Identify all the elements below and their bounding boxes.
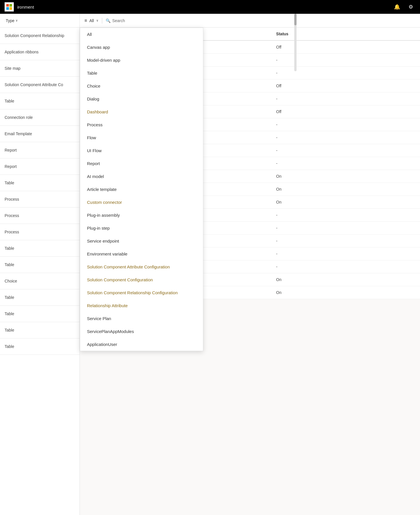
table-row[interactable]: Application ribbons (0, 44, 80, 60)
dropdown-item[interactable]: Canvas app (80, 41, 203, 54)
status-cell: - (272, 131, 420, 144)
dropdown-item[interactable]: Process (80, 118, 203, 131)
table-row[interactable]: Report (0, 158, 80, 175)
table-row[interactable]: Connection role (0, 109, 80, 126)
dropdown-item[interactable]: Report (80, 157, 203, 170)
dropdown-item[interactable]: Environment variable (80, 247, 203, 260)
status-cell: On (272, 183, 420, 196)
gear-button[interactable]: ⚙ (406, 2, 415, 11)
status-cell: On (272, 273, 420, 286)
dropdown-item[interactable]: ServicePlanAppModules (80, 325, 203, 338)
status-cell: Off (272, 105, 420, 118)
search-box: 🔍 Search (106, 18, 125, 23)
status-cell: - (272, 144, 420, 157)
table-row[interactable]: Table (0, 175, 80, 191)
top-bar: ironment 🔔 ⚙ (0, 0, 420, 14)
dropdown-item[interactable]: Table (80, 67, 203, 80)
status-cell: - (272, 260, 420, 273)
table-row[interactable]: Email Template (0, 126, 80, 142)
table-row[interactable]: Table (0, 93, 80, 109)
svg-rect-2 (6, 7, 9, 10)
table-row[interactable]: Site map (0, 60, 80, 77)
dropdown-item[interactable]: Dashboard (80, 105, 203, 118)
chevron-down-icon: ∨ (16, 19, 18, 22)
scrollbar-thumb[interactable] (294, 14, 297, 25)
status-cell: - (272, 222, 420, 235)
search-icon: 🔍 (106, 18, 111, 23)
dropdown-item[interactable]: Custom connector (80, 196, 203, 209)
type-label: Type (6, 18, 14, 23)
table-row[interactable]: Process (0, 224, 80, 240)
dropdown-item[interactable]: Relationship Attribute (80, 299, 203, 312)
table-row[interactable]: Table (0, 240, 80, 257)
all-filter-label: All (89, 18, 94, 23)
status-cell: On (272, 196, 420, 209)
right-top-bar: ≡ All ∨ 🔍 Search (80, 14, 420, 28)
status-cell: On (272, 170, 420, 183)
dropdown-item[interactable]: Service endpoint (80, 235, 203, 247)
type-filter-button[interactable]: Type ∨ (3, 17, 20, 24)
divider (102, 18, 102, 24)
status-cell: - (272, 92, 420, 105)
status-cell: - (272, 209, 420, 222)
dropdown-item[interactable]: Flow (80, 131, 203, 144)
table-row[interactable]: Solution Component Attribute Co (0, 77, 80, 93)
top-bar-title: ironment (17, 5, 34, 9)
table-row[interactable]: Solution Component Relationship (0, 28, 80, 44)
status-cell: - (272, 247, 420, 260)
type-dropdown[interactable]: AllCanvas appModel-driven appTableChoice… (80, 28, 203, 351)
status-cell: - (272, 118, 420, 131)
table-row[interactable]: Table (0, 306, 80, 322)
scrollbar-track[interactable] (294, 14, 297, 71)
table-row[interactable]: Table (0, 289, 80, 306)
chevron-down-icon: ∨ (96, 19, 98, 22)
bell-button[interactable]: 🔔 (392, 2, 402, 11)
dropdown-item[interactable]: Plug-in step (80, 222, 203, 235)
dropdown-item[interactable]: Plug-in assembly (80, 209, 203, 222)
status-cell: - (272, 235, 420, 247)
table-row[interactable]: Table (0, 338, 80, 355)
main-layout: Type ∨ Solution Component RelationshipAp… (0, 14, 420, 515)
status-cell: On (272, 286, 420, 299)
dropdown-item[interactable]: Service Plan (80, 312, 203, 325)
table-row[interactable]: Report (0, 142, 80, 158)
dropdown-item[interactable]: Model-driven app (80, 54, 203, 67)
svg-rect-3 (9, 7, 12, 10)
table-row[interactable]: Process (0, 191, 80, 208)
left-panel: Type ∨ Solution Component RelationshipAp… (0, 14, 80, 515)
table-row[interactable]: Table (0, 257, 80, 273)
dropdown-item[interactable]: UI Flow (80, 144, 203, 157)
dropdown-item[interactable]: Solution Component Configuration (80, 273, 203, 286)
dropdown-item[interactable]: AI model (80, 170, 203, 183)
table-row[interactable]: Process (0, 208, 80, 224)
top-bar-right: 🔔 ⚙ (392, 2, 415, 11)
dropdown-item[interactable]: Article template (80, 183, 203, 196)
status-cell: - (272, 54, 420, 67)
dropdown-item[interactable]: Dialog (80, 92, 203, 105)
top-bar-left: ironment (5, 2, 34, 11)
dropdown-item[interactable]: ApplicationUser (80, 338, 203, 351)
search-label: Search (112, 18, 125, 23)
status-cell: Off (272, 40, 420, 54)
dropdown-item[interactable]: Choice (80, 80, 203, 92)
status-cell: - (272, 67, 420, 80)
dropdown-item[interactable]: Solution Component Relationship Configur… (80, 286, 203, 299)
status-cell: Off (272, 80, 420, 92)
filter-bar: Type ∨ (0, 14, 80, 28)
table-rows-container: Solution Component RelationshipApplicati… (0, 28, 80, 515)
logo (5, 2, 14, 11)
table-row[interactable]: Choice (0, 273, 80, 289)
hamburger-button[interactable]: ≡ All ∨ (84, 18, 98, 23)
hamburger-icon: ≡ (84, 18, 87, 23)
table-row[interactable]: Table (0, 322, 80, 338)
svg-rect-0 (6, 4, 9, 7)
status-column-header: Status (272, 28, 420, 40)
status-cell: - (272, 157, 420, 170)
dropdown-item[interactable]: All (80, 28, 203, 41)
dropdown-item[interactable]: Solution Component Attribute Configurati… (80, 260, 203, 273)
svg-rect-1 (9, 4, 12, 7)
